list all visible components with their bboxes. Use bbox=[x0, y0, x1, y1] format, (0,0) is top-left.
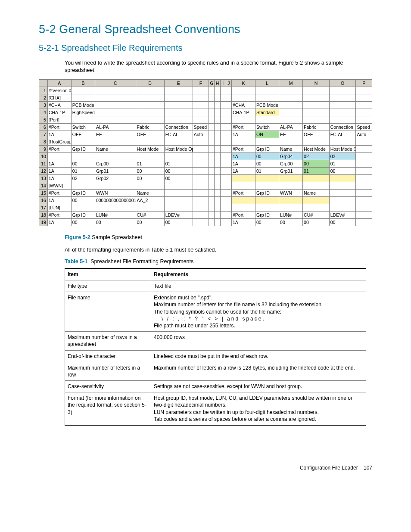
cell bbox=[215, 182, 220, 189]
cell: AA_2 bbox=[136, 196, 164, 204]
cell bbox=[136, 109, 164, 116]
cell: 00 bbox=[303, 218, 330, 226]
cell bbox=[220, 116, 226, 123]
cell: Connection bbox=[164, 123, 193, 131]
cell: #Port bbox=[47, 145, 71, 152]
cell bbox=[231, 94, 255, 101]
cell bbox=[193, 160, 209, 167]
cell bbox=[255, 196, 279, 204]
cell bbox=[356, 94, 372, 101]
cell bbox=[71, 94, 95, 101]
cell bbox=[220, 211, 226, 218]
cell bbox=[356, 204, 372, 211]
cell bbox=[329, 116, 356, 123]
cell: Host Mode Option bbox=[164, 145, 193, 152]
cell bbox=[226, 109, 231, 116]
cell bbox=[136, 87, 164, 94]
cell: [WWN] bbox=[47, 182, 71, 189]
cell bbox=[303, 116, 330, 123]
cell: 1A bbox=[47, 167, 71, 174]
cell bbox=[209, 101, 215, 109]
cell: AL-PA bbox=[279, 123, 303, 131]
cell bbox=[303, 87, 330, 94]
req-item: Case-sensitivity bbox=[65, 381, 151, 392]
cell bbox=[220, 87, 226, 94]
cell bbox=[226, 218, 231, 226]
col-header-P: P bbox=[356, 79, 372, 87]
cell: 00 bbox=[279, 218, 303, 226]
col-header-F: F bbox=[193, 79, 209, 87]
cell bbox=[95, 94, 136, 101]
cell bbox=[164, 152, 193, 160]
col-header-C: C bbox=[95, 79, 136, 87]
cell: Fabric bbox=[136, 123, 164, 131]
cell: FC-AL bbox=[329, 131, 356, 138]
cell: Speed bbox=[356, 123, 372, 131]
cell bbox=[193, 87, 209, 94]
cell bbox=[226, 101, 231, 109]
cell bbox=[226, 123, 231, 131]
cell: 00 bbox=[136, 218, 164, 226]
cell bbox=[215, 174, 220, 182]
cell: #Port bbox=[47, 211, 71, 218]
cell: Connection bbox=[329, 123, 356, 131]
cell bbox=[226, 196, 231, 204]
cell: AL-PA bbox=[95, 123, 136, 131]
cell bbox=[193, 145, 209, 152]
cell: Grp ID bbox=[71, 145, 95, 152]
cell: Grp ID bbox=[255, 211, 279, 218]
cell bbox=[356, 138, 372, 145]
cell bbox=[209, 218, 215, 226]
cell bbox=[303, 204, 330, 211]
cell: 00 bbox=[329, 167, 356, 174]
footer-text: Configuration File Loader bbox=[300, 465, 358, 471]
cell bbox=[215, 218, 220, 226]
req-text: Maximum number of letters in a row is 12… bbox=[151, 362, 366, 380]
cell bbox=[220, 131, 226, 138]
cell bbox=[193, 218, 209, 226]
cell bbox=[209, 167, 215, 174]
cell bbox=[356, 116, 372, 123]
cell: [LUN] bbox=[47, 204, 71, 211]
cell bbox=[329, 109, 356, 116]
cell bbox=[164, 87, 193, 94]
cell bbox=[71, 116, 95, 123]
cell: #CHA bbox=[231, 101, 255, 109]
cell: 00 bbox=[71, 196, 95, 204]
cell bbox=[226, 174, 231, 182]
cell bbox=[231, 174, 255, 182]
cell bbox=[303, 182, 330, 189]
cell: Grp01 bbox=[95, 167, 136, 174]
cell: CHA-1P bbox=[47, 109, 71, 116]
col-header-J: J bbox=[226, 79, 231, 87]
cell bbox=[255, 116, 279, 123]
cell: LUN# bbox=[95, 211, 136, 218]
row-header: 17 bbox=[39, 204, 48, 211]
cell: HighSpeed bbox=[71, 109, 95, 116]
cell: 01 bbox=[329, 160, 356, 167]
cell: Grp04 bbox=[279, 152, 303, 160]
cell: Grp ID bbox=[255, 145, 279, 152]
cell: #Port bbox=[231, 189, 255, 196]
cell: 00 bbox=[255, 218, 279, 226]
cell: 01 bbox=[303, 167, 330, 174]
cell: Speed bbox=[193, 123, 209, 131]
cell bbox=[220, 167, 226, 174]
cell bbox=[231, 87, 255, 94]
cell: Switch bbox=[71, 123, 95, 131]
cell: #Port bbox=[231, 211, 255, 218]
sample-spreadsheet-figure: ABCDEFGHIJKLMNOP1#!Version 04_00_00, LUN… bbox=[39, 79, 372, 226]
cell: Grp ID bbox=[71, 211, 95, 218]
cell bbox=[164, 196, 193, 204]
cell: 00 bbox=[164, 218, 193, 226]
cell: OFF bbox=[303, 131, 330, 138]
cell bbox=[226, 145, 231, 152]
cell bbox=[209, 116, 215, 123]
cell bbox=[226, 138, 231, 145]
cell bbox=[226, 204, 231, 211]
cell bbox=[255, 87, 279, 94]
cell bbox=[279, 94, 303, 101]
cell bbox=[220, 138, 226, 145]
cell: Name bbox=[279, 145, 303, 152]
cell bbox=[209, 123, 215, 131]
